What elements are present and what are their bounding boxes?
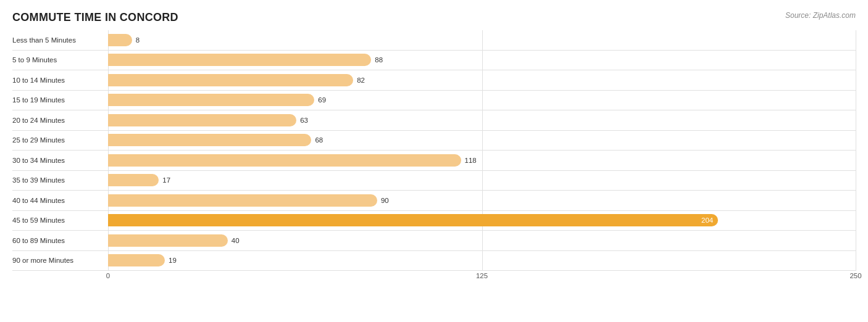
- bar-value: 40: [232, 237, 240, 244]
- axis-tick: 0: [106, 272, 110, 279]
- bar-track: 40: [108, 231, 856, 250]
- bar-track: 88: [108, 51, 856, 70]
- axis-labels: 0125250: [108, 272, 856, 286]
- bar-fill: [108, 154, 461, 167]
- bar-row: 35 to 39 Minutes17: [12, 171, 856, 191]
- bar-row: Less than 5 Minutes8: [12, 30, 856, 51]
- bar-label: 40 to 44 Minutes: [12, 197, 108, 204]
- chart-container: COMMUTE TIME IN CONCORD Source: ZipAtlas…: [0, 0, 868, 322]
- bar-row: 30 to 34 Minutes118: [12, 151, 856, 171]
- bar-label: 15 to 19 Minutes: [12, 96, 108, 104]
- bars-section: Less than 5 Minutes85 to 9 Minutes8810 t…: [12, 30, 856, 271]
- grid-line: [856, 30, 856, 271]
- bar-value: 204: [701, 217, 713, 224]
- bar-value: 82: [357, 76, 365, 84]
- bar-fill: [108, 114, 296, 126]
- bar-track: 17: [108, 171, 856, 191]
- bar-row: 20 to 24 Minutes63: [12, 110, 856, 131]
- bar-fill: [108, 134, 311, 146]
- bar-value: 63: [300, 117, 308, 124]
- bar-label: Less than 5 Minutes: [12, 36, 108, 44]
- bar-track: 19: [108, 251, 856, 271]
- bar-track: 63: [108, 110, 856, 130]
- bar-row: 45 to 59 Minutes204: [12, 211, 856, 231]
- bar-fill: [108, 94, 314, 106]
- bar-label: 90 or more Minutes: [12, 257, 108, 264]
- bar-fill: [108, 74, 353, 86]
- bar-track: 118: [108, 151, 856, 170]
- axis-tick: 125: [476, 272, 488, 279]
- bar-label: 10 to 14 Minutes: [12, 76, 108, 84]
- bar-fill: [108, 194, 377, 207]
- bar-fill: [108, 34, 132, 46]
- bar-row: 60 to 89 Minutes40: [12, 231, 856, 251]
- bar-label: 60 to 89 Minutes: [12, 237, 108, 244]
- bar-fill: 204: [108, 214, 718, 226]
- axis-spacer: [12, 272, 108, 286]
- bar-label: 30 to 34 Minutes: [12, 157, 108, 164]
- bar-value: 19: [169, 257, 177, 264]
- bar-row: 5 to 9 Minutes88: [12, 51, 856, 71]
- bar-label: 35 to 39 Minutes: [12, 176, 108, 184]
- bar-track: 68: [108, 131, 856, 151]
- bar-fill: [108, 174, 159, 186]
- bar-value: 17: [162, 176, 170, 184]
- bar-label: 25 to 29 Minutes: [12, 136, 108, 144]
- bar-row: 15 to 19 Minutes69: [12, 91, 856, 111]
- bar-track: 69: [108, 91, 856, 110]
- source-label: Source: ZipAtlas.com: [785, 11, 856, 20]
- chart-area: Less than 5 Minutes85 to 9 Minutes8810 t…: [12, 30, 856, 286]
- axis-row: 0125250: [12, 272, 856, 286]
- bar-row: 40 to 44 Minutes90: [12, 191, 856, 211]
- bar-fill: [108, 234, 228, 247]
- bar-value: 118: [465, 157, 477, 164]
- bar-track: 90: [108, 191, 856, 210]
- bar-fill: [108, 54, 371, 66]
- bar-row: 90 or more Minutes19: [12, 251, 856, 271]
- chart-title: COMMUTE TIME IN CONCORD: [12, 11, 856, 24]
- bar-fill: [108, 254, 165, 266]
- bar-row: 10 to 14 Minutes82: [12, 70, 856, 91]
- bar-label: 5 to 9 Minutes: [12, 56, 108, 64]
- bar-row: 25 to 29 Minutes68: [12, 131, 856, 151]
- bar-track: 204: [108, 211, 856, 231]
- bar-value: 68: [315, 136, 323, 144]
- axis-tick: 250: [849, 272, 861, 279]
- bar-track: 82: [108, 70, 856, 90]
- bar-value: 90: [381, 197, 389, 204]
- bar-value: 69: [318, 96, 326, 104]
- bar-value: 88: [375, 56, 383, 64]
- bar-track: 8: [108, 30, 856, 50]
- bar-label: 45 to 59 Minutes: [12, 217, 108, 224]
- bar-value: 8: [136, 36, 140, 44]
- bar-label: 20 to 24 Minutes: [12, 117, 108, 124]
